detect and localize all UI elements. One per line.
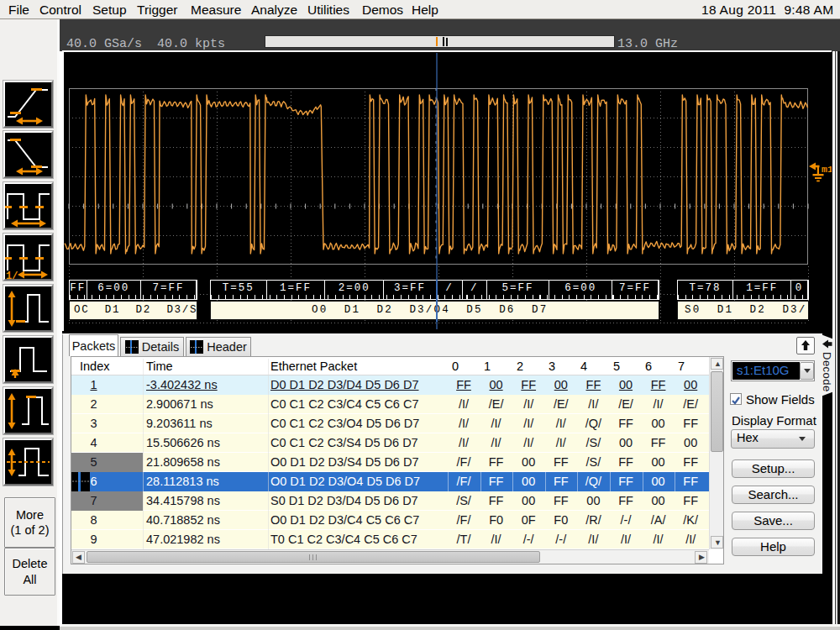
svg-text:m1: m1 bbox=[822, 164, 832, 175]
svg-text:1/: 1/ bbox=[6, 270, 18, 279]
